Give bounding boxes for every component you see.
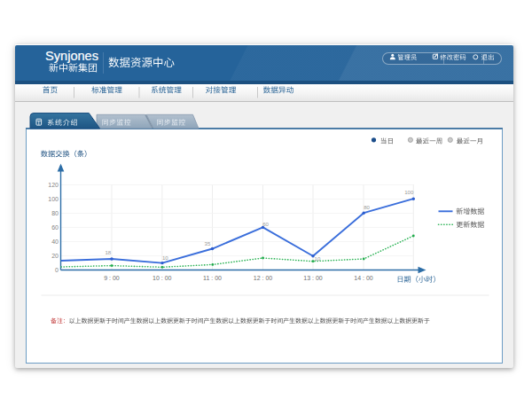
svg-text:100: 100 [48,196,59,202]
svg-text:60: 60 [262,221,269,227]
svg-text:120: 120 [48,182,59,188]
svg-text:14 : 00: 14 : 00 [354,275,373,281]
svg-text:18: 18 [105,249,111,255]
svg-text:10 : 00: 10 : 00 [153,275,172,281]
svg-text:10: 10 [162,254,168,261]
svg-text:20: 20 [51,253,59,259]
svg-text:10: 10 [315,255,321,262]
svg-text:35: 35 [205,240,211,246]
svg-text:60: 60 [51,224,59,231]
svg-text:11 : 00: 11 : 00 [203,275,222,281]
svg-text:80: 80 [364,204,370,210]
svg-text:12 : 00: 12 : 00 [254,275,273,281]
svg-text:100: 100 [404,189,414,195]
svg-text:0: 0 [55,267,59,273]
svg-text:9 : 00: 9 : 00 [104,275,120,281]
svg-text:Synjones: Synjones [45,49,98,63]
svg-text:80: 80 [51,210,59,216]
svg-text:40: 40 [51,239,59,245]
svg-text:13 : 00: 13 : 00 [303,275,323,281]
